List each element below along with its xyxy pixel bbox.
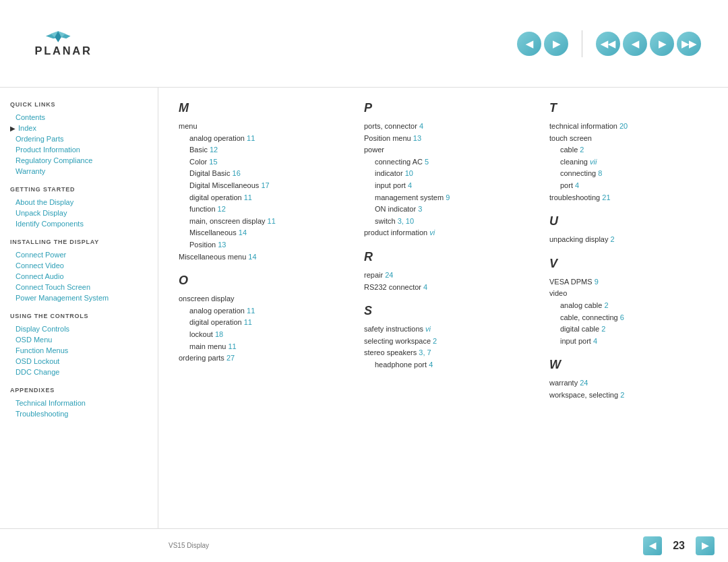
entry-osd-analog: analog operation 11 <box>179 305 337 317</box>
link-stereo-speakers[interactable]: 3, 7 <box>419 348 431 356</box>
nav-next-button[interactable]: ▶ <box>544 32 568 56</box>
letter-u: U <box>549 214 708 228</box>
link-switch[interactable]: 3, 10 <box>398 217 414 225</box>
sidebar-link-connect-power[interactable]: Connect Power <box>10 249 148 260</box>
link-rs232[interactable]: 4 <box>423 283 427 291</box>
entry-ordering-parts: ordering parts 27 <box>179 352 337 365</box>
sidebar-link-osd-lockout[interactable]: OSD Lockout <box>10 356 148 367</box>
link-warranty[interactable]: 24 <box>580 379 588 387</box>
entry-digital-misc: Digital Miscellaneous 17 <box>179 180 337 192</box>
link-troubleshooting[interactable]: 21 <box>602 193 610 201</box>
sidebar-link-display-controls[interactable]: Display Controls <box>10 323 148 334</box>
letter-t: T <box>549 101 708 115</box>
page-prev-button[interactable]: ◀ <box>643 536 662 555</box>
link-input-port[interactable]: 4 <box>408 181 412 189</box>
entry-unpacking: unpacking display 2 <box>549 234 708 246</box>
link-digital-basic[interactable]: 16 <box>233 169 241 177</box>
link-safety[interactable]: vi <box>425 325 431 333</box>
sidebar-link-technical-info[interactable]: Technical Information <box>10 398 148 408</box>
link-mgmt-system[interactable]: 9 <box>446 193 450 201</box>
link-digital-cable[interactable]: 2 <box>601 325 605 333</box>
entry-power: power <box>364 144 522 156</box>
page-number: 23 <box>667 540 690 552</box>
sidebar-link-product-info[interactable]: Product Information <box>10 144 148 155</box>
sidebar-link-connect-touch[interactable]: Connect Touch Screen <box>10 282 148 292</box>
link-ts-cleaning[interactable]: vii <box>590 158 597 166</box>
link-vesa[interactable]: 9 <box>595 278 599 286</box>
letter-w: W <box>549 358 708 372</box>
sidebar-link-troubleshooting[interactable]: Troubleshooting <box>10 408 148 419</box>
sidebar-link-identify[interactable]: Identify Components <box>10 218 148 229</box>
sidebar-link-regulatory[interactable]: Regulatory Compliance <box>10 155 148 166</box>
link-ts-connecting[interactable]: 8 <box>598 169 602 177</box>
link-on-indicator[interactable]: 3 <box>418 205 422 213</box>
link-ts-cable[interactable]: 2 <box>580 146 584 154</box>
link-osd-lockout[interactable]: 18 <box>215 330 223 338</box>
sidebar-link-function-menus[interactable]: Function Menus <box>10 345 148 356</box>
letter-s: S <box>364 304 522 318</box>
sidebar-link-connect-audio[interactable]: Connect Audio <box>10 271 148 282</box>
entry-technical-info: technical information 20 <box>549 121 708 133</box>
installing-title: INSTALLING THE DISPLAY <box>10 239 148 245</box>
link-indicator[interactable]: 10 <box>405 169 413 177</box>
nav-next2-button[interactable]: ▶ <box>650 32 674 56</box>
entry-onscreen-display: onscreen display <box>179 293 337 305</box>
link-headphone-port[interactable]: 4 <box>429 361 433 369</box>
link-workspace[interactable]: 2 <box>620 391 624 399</box>
sidebar-link-power-mgmt[interactable]: Power Management System <box>10 292 148 303</box>
link-connecting-ac[interactable]: 5 <box>425 158 429 166</box>
quick-links-title: QUICK LINKS <box>10 101 148 108</box>
entry-ports-connector: ports, connector 4 <box>364 121 522 133</box>
link-repair[interactable]: 24 <box>385 271 393 279</box>
sidebar-link-unpack[interactable]: Unpack Display <box>10 208 148 218</box>
sidebar-link-warranty[interactable]: Warranty <box>10 166 148 177</box>
entry-selecting-workspace: selecting workspace 2 <box>364 336 522 348</box>
letter-m: M <box>179 101 337 115</box>
link-osd-digital[interactable]: 11 <box>244 318 252 326</box>
planar-logo: PLANAR <box>27 25 108 62</box>
nav-prev-button[interactable]: ◀ <box>517 32 541 56</box>
letter-p: P <box>364 101 522 115</box>
link-basic[interactable]: 12 <box>210 146 218 154</box>
link-analog-op[interactable]: 11 <box>247 134 255 142</box>
link-color[interactable]: 15 <box>209 158 217 166</box>
sidebar-link-ddc-change[interactable]: DDC Change <box>10 367 148 377</box>
link-analog-cable[interactable]: 2 <box>604 301 608 309</box>
letter-r: R <box>364 250 522 264</box>
link-unpacking[interactable]: 2 <box>611 235 615 243</box>
entry-osd-lockout: lockout 18 <box>179 329 337 341</box>
link-ordering-parts[interactable]: 27 <box>226 354 235 362</box>
link-cable-connecting[interactable]: 6 <box>620 313 624 321</box>
link-selecting-workspace[interactable]: 2 <box>433 337 437 345</box>
link-miscellaneous[interactable]: 14 <box>239 228 247 237</box>
entry-product-info: product information vi <box>364 227 522 239</box>
sidebar-link-osd-menu[interactable]: OSD Menu <box>10 334 148 345</box>
link-main-onscreen[interactable]: 11 <box>268 217 276 225</box>
entry-troubleshooting: troubleshooting 21 <box>549 192 708 204</box>
sidebar-link-ordering-parts[interactable]: Ordering Parts <box>10 133 148 144</box>
entry-analog-cable: analog cable 2 <box>549 300 708 312</box>
nav-prev2-button[interactable]: ◀ <box>623 32 647 56</box>
getting-started-title: GETTING STARTED <box>10 186 148 193</box>
page-next-button[interactable]: ▶ <box>696 536 715 555</box>
sidebar-link-index[interactable]: ▶ Index <box>10 123 148 133</box>
link-misc-menu[interactable]: 14 <box>248 253 256 261</box>
sidebar-link-connect-video[interactable]: Connect Video <box>10 260 148 271</box>
link-video-input-port[interactable]: 4 <box>593 337 597 345</box>
link-function[interactable]: 12 <box>218 205 226 213</box>
link-product-info[interactable]: vi <box>429 228 435 237</box>
nav-first-button[interactable]: ◀◀ <box>596 32 620 56</box>
link-position-menu[interactable]: 13 <box>413 134 421 142</box>
nav-last-button[interactable]: ▶▶ <box>677 32 701 56</box>
link-digital-misc[interactable]: 17 <box>261 181 269 189</box>
link-technical-info[interactable]: 20 <box>619 122 628 130</box>
link-digital-op[interactable]: 11 <box>244 193 252 201</box>
link-ports-connector[interactable]: 4 <box>419 122 423 130</box>
link-osd-analog[interactable]: 11 <box>247 307 255 315</box>
link-ts-port[interactable]: 4 <box>575 181 579 189</box>
link-osd-main-menu[interactable]: 11 <box>228 342 236 350</box>
entry-digital-op: digital operation 11 <box>179 192 337 204</box>
link-position[interactable]: 13 <box>218 241 226 249</box>
sidebar-link-about-display[interactable]: About the Display <box>10 197 148 208</box>
sidebar-link-contents[interactable]: Contents <box>10 112 148 123</box>
